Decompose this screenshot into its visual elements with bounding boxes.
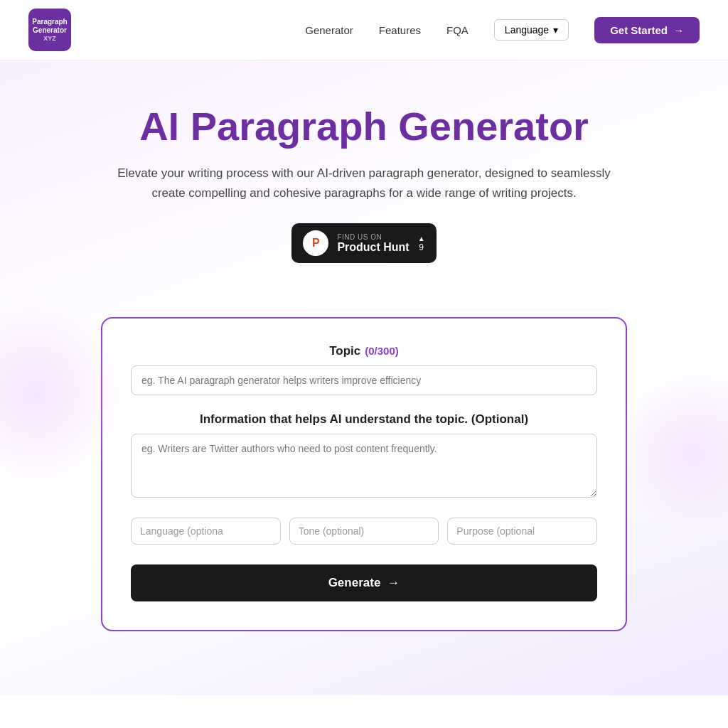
nav-links: Generator Features FQA Language ▾ Get St… [305,17,700,43]
logo[interactable]: Paragraph Generator XYZ [28,9,71,51]
ph-icon: P [303,230,328,256]
logo-line2: Generator [33,26,67,35]
topic-field-group: Topic(0/300) [131,344,597,412]
ph-votes: ▲ 9 [418,235,425,252]
info-label: Information that helps AI understand the… [131,412,597,427]
topic-label: Topic(0/300) [131,344,597,358]
generate-button[interactable]: Generate → [131,564,597,601]
info-textarea[interactable] [131,434,597,498]
form-card: Topic(0/300) Information that helps AI u… [101,317,627,631]
logo-box: Paragraph Generator XYZ [28,9,71,51]
hero-description: Elevate your writing process with our AI… [115,164,613,203]
how-section: How to use Paragraph Generator [0,695,728,728]
hero-title: AI Paragraph Generator [14,103,714,149]
nav-features[interactable]: Features [379,24,421,36]
tone-select[interactable]: Tone (optional) [289,518,439,545]
product-hunt-badge[interactable]: P FIND US ON Product Hunt ▲ 9 [291,223,436,263]
ph-name-label: Product Hunt [337,241,409,254]
chevron-down-icon: ▾ [553,24,558,36]
logo-line1: Paragraph [32,18,67,26]
logo-line3: XYZ [43,35,56,43]
nav-generator[interactable]: Generator [305,24,353,36]
hero-section: AI Paragraph Generator Elevate your writ… [0,60,728,695]
topic-count: (0/300) [365,345,399,357]
info-field-group: Information that helps AI understand the… [131,412,597,518]
ph-vote-count: 9 [419,242,424,252]
navbar: Paragraph Generator XYZ Generator Featur… [0,0,728,60]
ph-text: FIND US ON Product Hunt [337,233,409,254]
nav-fqa[interactable]: FQA [446,24,469,36]
ph-upvote-icon: ▲ [418,235,425,242]
dropdowns-row: Language (optiona Tone (optional) Purpos… [131,518,597,545]
language-button[interactable]: Language ▾ [494,19,569,41]
generate-label: Generate [328,576,381,590]
get-started-label: Get Started [610,24,668,36]
ph-letter: P [312,237,320,250]
how-title: How to use Paragraph Generator [14,724,714,728]
topic-input[interactable] [131,365,597,395]
ph-find-label: FIND US ON [337,233,382,241]
language-label: Language [505,24,549,36]
purpose-select[interactable]: Purpose (optional [447,518,597,545]
arrow-right-icon: → [673,24,684,36]
generate-arrow-icon: → [387,576,400,590]
get-started-button[interactable]: Get Started → [594,17,700,43]
language-select[interactable]: Language (optiona [131,518,281,545]
